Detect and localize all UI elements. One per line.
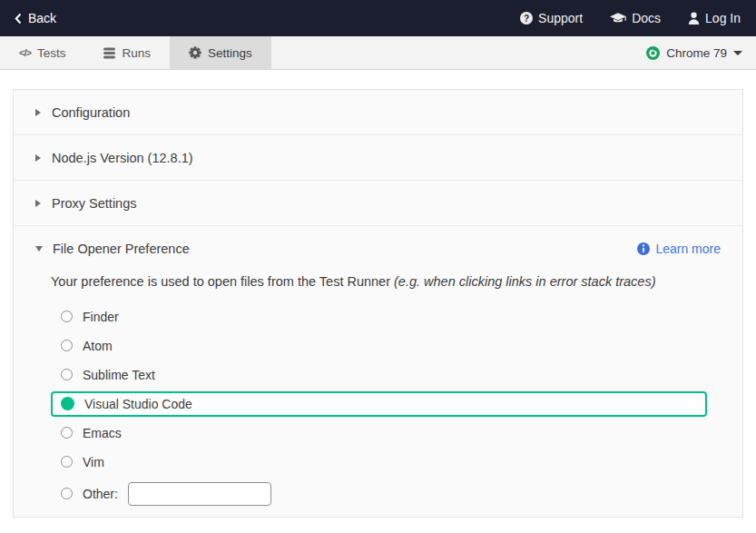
tab-settings[interactable]: Settings (170, 36, 271, 69)
radio-checked-icon (61, 397, 74, 410)
option-emacs-label: Emacs (83, 426, 122, 440)
option-other-label: Other: (83, 487, 118, 501)
chrome-icon (646, 46, 660, 60)
gear-icon (189, 46, 201, 59)
question-circle-icon: ? (520, 12, 533, 25)
topbar-right: ? Support Docs Log In (520, 11, 741, 25)
support-label: Support (538, 11, 583, 25)
tab-runs-label: Runs (122, 46, 151, 60)
info-circle-icon (637, 242, 650, 255)
option-visual-studio-code-label: Visual Studio Code (84, 397, 192, 411)
section-proxy-settings[interactable]: Proxy Settings (14, 181, 742, 226)
tab-settings-label: Settings (208, 46, 252, 60)
support-link[interactable]: ? Support (520, 11, 583, 25)
login-label: Log In (705, 11, 741, 25)
radio-unchecked-icon (61, 427, 73, 439)
browser-picker[interactable]: Chrome 79 (646, 36, 756, 69)
file-opener-description: Your preference is used to open files fr… (51, 273, 707, 291)
topbar: Back ? Support Docs (0, 0, 756, 36)
tab-tests-label: Tests (37, 46, 66, 60)
caret-right-icon (35, 109, 41, 116)
chevron-left-icon (15, 13, 22, 25)
caret-right-icon (35, 154, 41, 162)
option-atom[interactable]: Atom (51, 333, 707, 359)
docs-label: Docs (632, 11, 661, 25)
radio-unchecked-icon (61, 488, 73, 499)
back-label: Back (28, 11, 56, 25)
section-node-version[interactable]: Node.js Version (12.8.1) (14, 135, 742, 181)
user-icon (688, 12, 700, 25)
radio-unchecked-icon (61, 311, 73, 322)
file-opener-options: Finder Atom Sublime Text Visual Studio C… (51, 304, 707, 508)
docs-link[interactable]: Docs (610, 11, 661, 25)
caret-down-icon (35, 246, 43, 252)
section-configuration[interactable]: Configuration (14, 90, 742, 135)
svg-text:?: ? (524, 14, 529, 24)
option-finder[interactable]: Finder (51, 304, 707, 330)
browser-label: Chrome 79 (666, 46, 727, 60)
caret-right-icon (35, 200, 41, 207)
option-visual-studio-code[interactable]: Visual Studio Code (51, 391, 707, 417)
section-configuration-label: Configuration (52, 105, 130, 120)
section-file-opener-label: File Opener Preference (53, 242, 190, 256)
tab-tests[interactable]: </> Tests (0, 36, 84, 69)
learn-more-link[interactable]: Learn more (637, 242, 721, 256)
settings-panel: Configuration Node.js Version (12.8.1) P… (13, 89, 743, 518)
file-opener-panel: Your preference is used to open files fr… (14, 271, 742, 508)
radio-unchecked-icon (61, 340, 73, 351)
radio-unchecked-icon (61, 369, 73, 380)
section-proxy-settings-label: Proxy Settings (52, 196, 137, 211)
section-node-version-label: Node.js Version (12.8.1) (52, 151, 193, 165)
graduation-cap-icon (610, 13, 626, 25)
back-button[interactable]: Back (15, 11, 56, 25)
code-icon: </> (19, 47, 31, 58)
tab-runs[interactable]: Runs (84, 36, 170, 69)
other-editor-input[interactable] (128, 482, 271, 506)
radio-unchecked-icon (61, 456, 73, 468)
option-sublime-text-label: Sublime Text (83, 368, 155, 382)
file-opener-description-note: (e.g. when clicking links in error stack… (394, 274, 656, 289)
section-file-opener[interactable]: File Opener Preference Learn more (14, 226, 742, 271)
learn-more-label: Learn more (655, 242, 721, 256)
option-atom-label: Atom (83, 339, 113, 353)
login-link[interactable]: Log In (688, 11, 741, 25)
chevron-down-icon (733, 51, 742, 55)
option-sublime-text[interactable]: Sublime Text (51, 362, 707, 388)
tab-bar: </> Tests Runs Sett (0, 36, 756, 70)
database-icon (103, 47, 115, 59)
option-emacs[interactable]: Emacs (51, 420, 707, 446)
option-vim[interactable]: Vim (51, 449, 707, 475)
option-finder-label: Finder (83, 310, 119, 324)
option-other[interactable]: Other: (51, 480, 707, 508)
option-vim-label: Vim (83, 455, 104, 469)
